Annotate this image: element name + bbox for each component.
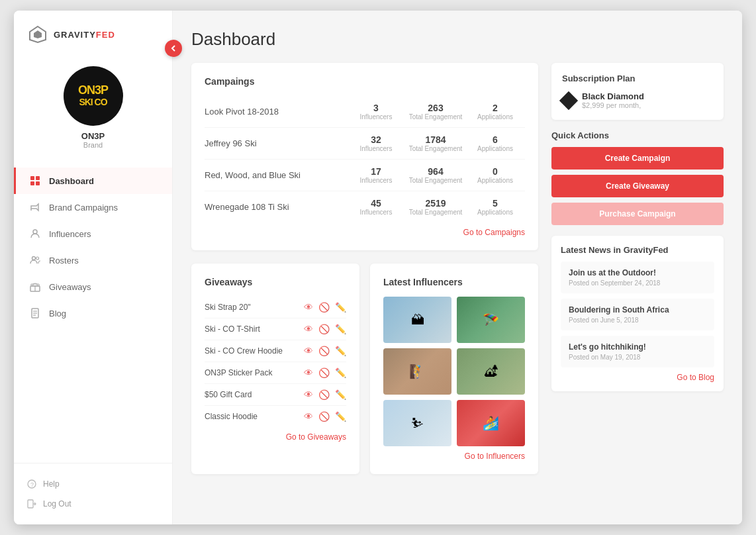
campaign-name: Wrenegade 108 Ti Ski [205, 202, 346, 212]
campaign-applications: 2 Applications [465, 103, 525, 121]
sidebar-item-brand-campaigns[interactable]: Brand Campaigns [14, 194, 172, 220]
influencers-card: Latest Influencers 🏔 🪂 🧗 [370, 264, 538, 474]
eye-show-icon[interactable]: 👁 [304, 302, 313, 313]
list-item: ON3P Sticker Pack 👁 🚫 ✏️ [205, 362, 346, 384]
sidebar-toggle-button[interactable] [165, 40, 182, 57]
influencer-image[interactable]: 🪂 [457, 297, 525, 343]
sidebar-item-blog[interactable]: Blog [14, 300, 172, 326]
logo-area: GRAVITYFED [14, 11, 172, 56]
quick-actions-title: Quick Actions [551, 130, 724, 140]
edit-icon[interactable]: ✏️ [335, 346, 346, 356]
influencer-image[interactable]: 🏕 [457, 348, 525, 395]
giveaways-title: Giveaways [205, 277, 346, 287]
influencer-image[interactable]: 🧗 [383, 348, 451, 395]
right-column: Subscription Plan Black Diamond $2,999 p… [551, 63, 724, 474]
campaign-engagement: 2519 Total Engagement [406, 198, 465, 216]
create-giveaway-button[interactable]: Create Giveaway [551, 175, 724, 197]
sidebar: GRAVITYFED ON3P SKI CO ON3P Brand [14, 11, 173, 524]
eye-hide-icon[interactable]: 🚫 [318, 324, 330, 334]
campaign-engagement: 1784 Total Engagement [406, 134, 465, 152]
edit-icon[interactable]: ✏️ [335, 389, 346, 400]
news-item-title: Bouldering in South Africa [569, 305, 706, 315]
sidebar-item-label: Dashboard [49, 176, 94, 186]
sidebar-item-label: Influencers [49, 229, 91, 239]
campaign-row: Look Pivot 18-2018 3 Influencers 263 Tot… [205, 96, 525, 128]
list-item: Ski Strap 20" 👁 🚫 ✏️ [205, 297, 346, 318]
sidebar-item-influencers[interactable]: Influencers [14, 220, 172, 247]
campaign-influencers: 17 Influencers [346, 166, 406, 184]
purchase-campaign-button[interactable]: Purchase Campaign [551, 203, 724, 225]
svg-point-8 [32, 257, 36, 260]
page-title: Dashboard [191, 29, 724, 50]
svg-point-9 [36, 257, 39, 260]
chevron-left-icon [169, 44, 177, 52]
campaign-name: Look Pivot 18-2018 [205, 107, 346, 117]
eye-hide-icon[interactable]: 🚫 [318, 389, 330, 400]
giveaways-card: Giveaways Ski Strap 20" 👁 🚫 ✏️ S [191, 264, 359, 474]
main-content: Dashboard Campaings Look Pivot 18-2018 3… [173, 11, 742, 524]
go-to-giveaways-link[interactable]: Go to Giveaways [205, 432, 346, 442]
campaign-name: Red, Wood, and Blue Ski [205, 170, 346, 180]
list-item: Classic Hoodie 👁 🚫 ✏️ [205, 406, 346, 427]
logout-link[interactable]: Log Out [27, 494, 159, 514]
svg-rect-3 [36, 176, 40, 180]
left-column: Campaings Look Pivot 18-2018 3 Influence… [191, 63, 538, 474]
campaigns-card: Campaings Look Pivot 18-2018 3 Influence… [191, 63, 538, 250]
subscription-title: Subscription Plan [562, 73, 713, 83]
svg-marker-1 [34, 30, 42, 38]
avatar-line1: ON3P [78, 84, 108, 97]
edit-icon[interactable]: ✏️ [335, 367, 346, 378]
sidebar-item-rosters[interactable]: Rosters [14, 247, 172, 273]
go-to-blog-link[interactable]: Go to Blog [561, 373, 714, 382]
campaign-influencers: 3 Influencers [346, 103, 406, 121]
megaphone-icon [29, 201, 41, 213]
gift-icon [29, 281, 41, 293]
eye-hide-icon[interactable]: 🚫 [318, 302, 330, 313]
list-item: Ski - CO T-Shirt 👁 🚫 ✏️ [205, 318, 346, 340]
eye-show-icon[interactable]: 👁 [304, 324, 313, 334]
plan-price: $2,999 per month, [582, 101, 644, 109]
logo-text: GRAVITYFED [54, 30, 115, 40]
influencer-image[interactable]: 🏔 [383, 297, 451, 343]
edit-icon[interactable]: ✏️ [335, 302, 346, 313]
influencer-image[interactable]: 🏄 [457, 400, 525, 446]
eye-show-icon[interactable]: 👁 [304, 389, 313, 400]
campaign-row: Red, Wood, and Blue Ski 17 Influencers 9… [205, 160, 525, 191]
sidebar-nav: Dashboard Brand Campaigns [14, 162, 172, 463]
sidebar-item-label: Brand Campaigns [49, 203, 118, 213]
eye-show-icon[interactable]: 👁 [304, 411, 313, 422]
campaign-row: Jeffrey 96 Ski 32 Influencers 1784 Total… [205, 128, 525, 160]
edit-icon[interactable]: ✏️ [335, 411, 346, 422]
grid-icon [29, 175, 41, 187]
svg-text:?: ? [30, 481, 34, 488]
eye-hide-icon[interactable]: 🚫 [318, 346, 330, 356]
eye-show-icon[interactable]: 👁 [304, 346, 313, 356]
sidebar-item-giveaways[interactable]: Giveaways [14, 273, 172, 300]
eye-hide-icon[interactable]: 🚫 [318, 411, 330, 422]
subscription-plan-card: Subscription Plan Black Diamond $2,999 p… [551, 63, 724, 120]
go-to-influencers-link[interactable]: Go to Influencers [383, 452, 525, 461]
campaigns-title: Campaings [205, 76, 525, 87]
diamond-icon [559, 91, 578, 109]
create-campaign-button[interactable]: Create Campaign [551, 147, 724, 170]
news-item-date: Posted on May 19, 2018 [569, 354, 706, 361]
gravityfed-logo-icon [27, 24, 48, 45]
influencer-image[interactable]: ⛷ [383, 400, 451, 446]
svg-rect-4 [30, 181, 34, 185]
influencer-grid: 🏔 🪂 🧗 🏕 [383, 297, 525, 446]
edit-icon[interactable]: ✏️ [335, 324, 346, 334]
svg-rect-12 [31, 284, 39, 286]
eye-show-icon[interactable]: 👁 [304, 367, 313, 378]
plan-name: Black Diamond [582, 91, 644, 101]
bottom-two-col: Giveaways Ski Strap 20" 👁 🚫 ✏️ S [191, 264, 538, 474]
go-to-campaigns-link[interactable]: Go to Campaigns [205, 228, 525, 237]
logout-label: Log Out [43, 499, 71, 509]
eye-hide-icon[interactable]: 🚫 [318, 367, 330, 378]
svg-rect-19 [28, 500, 33, 508]
campaign-applications: 6 Applications [465, 134, 525, 152]
sidebar-item-dashboard[interactable]: Dashboard [14, 168, 172, 194]
help-link[interactable]: ? Help [27, 474, 159, 494]
influencers-title: Latest Influencers [383, 277, 525, 287]
brand-avatar: ON3P SKI CO [64, 66, 123, 126]
news-item: Bouldering in South Africa Posted on Jun… [561, 299, 714, 330]
